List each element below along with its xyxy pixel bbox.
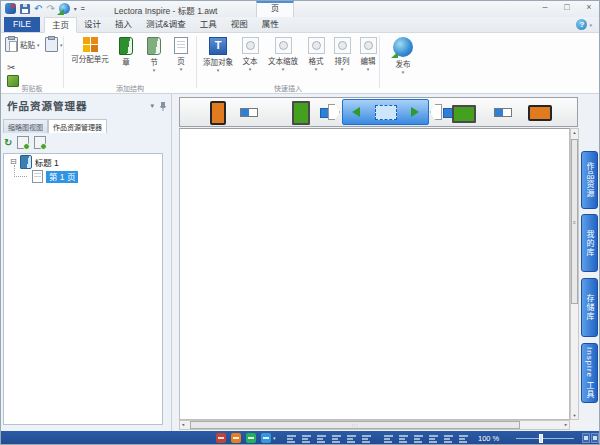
publish-globe-icon[interactable] — [59, 3, 70, 14]
page-canvas[interactable] — [179, 128, 570, 420]
publish-icon — [393, 37, 413, 57]
context-tab-page[interactable]: 页 — [256, 1, 294, 17]
left-tab-icon[interactable] — [328, 104, 340, 120]
help-caret-icon: ▾ — [589, 22, 592, 28]
panel-title: 作品资源管理器 — [7, 98, 150, 113]
zoom-slider[interactable] — [516, 438, 574, 439]
phone-portrait-toggle[interactable] — [240, 108, 258, 117]
scroll-up-icon[interactable]: ▲ — [571, 130, 578, 135]
tab-my-library[interactable]: 我的库 — [581, 214, 598, 272]
preview-mode-icon[interactable] — [246, 433, 256, 443]
pin-icon[interactable] — [159, 101, 167, 111]
close-button[interactable]: × — [583, 2, 595, 12]
add-page-icon[interactable] — [34, 136, 46, 149]
refresh-icon[interactable]: ↻ — [4, 138, 12, 148]
vertical-scrollbar[interactable]: ▲ ≡ ▼ — [570, 128, 579, 420]
horizontal-scroll-thumb[interactable]: ::: — [190, 421, 520, 429]
browser-preview-icon[interactable] — [261, 433, 271, 443]
phone-portrait-icon[interactable] — [210, 101, 226, 125]
scroll-left-icon[interactable]: ◄ — [181, 421, 185, 429]
text-button[interactable]: 文本 ▾ — [237, 33, 263, 73]
tab-inspire-tools[interactable]: Inspire 工具 — [581, 343, 598, 403]
add-item-icon[interactable] — [17, 136, 29, 149]
undo-icon[interactable]: ↶ — [34, 4, 42, 14]
qat-customize-icon[interactable]: = — [81, 5, 85, 12]
align-center-icon[interactable] — [302, 434, 311, 443]
zoom-level: 100 % — [478, 434, 499, 443]
tab-title-resources[interactable]: 作品资源 — [581, 151, 598, 209]
distribute-horizontal-icon[interactable] — [384, 434, 393, 443]
prev-device-arrow-icon[interactable] — [352, 107, 360, 117]
tab-insert[interactable]: 插入 — [108, 17, 139, 32]
cut-button[interactable]: ✂ — [7, 57, 15, 75]
arrange-button[interactable]: 排列 ▾ — [329, 33, 355, 73]
desktop-view-selector[interactable] — [342, 99, 429, 125]
save-icon[interactable] — [20, 4, 30, 14]
align-middle-icon[interactable] — [347, 434, 356, 443]
panel-menu-icon[interactable]: ▾ — [150, 102, 154, 110]
align-bottom-icon[interactable] — [362, 434, 371, 443]
align-top-icon[interactable] — [332, 434, 341, 443]
tab-view[interactable]: 视图 — [224, 17, 255, 32]
align-right-icon[interactable] — [317, 434, 326, 443]
edit-button[interactable]: 编辑 ▾ — [355, 33, 381, 73]
make-same-size-icon[interactable] — [444, 434, 453, 443]
tab-tools[interactable]: 工具 — [193, 17, 224, 32]
tree-item-page[interactable]: 第 1 页 — [4, 169, 162, 184]
make-same-width-icon[interactable] — [414, 434, 423, 443]
run-mode-icon[interactable] — [231, 433, 241, 443]
text-zoom-button[interactable]: 文本缩放 ▾ — [263, 33, 303, 73]
tablet-landscape-toggle[interactable] — [494, 108, 512, 117]
debug-mode-icon[interactable] — [216, 433, 226, 443]
qat-dropdown-icon[interactable]: ▾ — [74, 6, 77, 12]
panel-tabs: 缩略图视图 作品资源管理器 — [3, 118, 107, 133]
zoom-slider-thumb[interactable] — [539, 434, 543, 443]
scroll-right-icon[interactable]: ► — [564, 421, 568, 429]
format-button[interactable]: 格式 ▾ — [303, 33, 329, 73]
tablet-portrait-icon[interactable] — [292, 101, 310, 125]
add-chapter-button[interactable]: 章 — [112, 33, 140, 73]
tab-home[interactable]: 主页 — [44, 17, 77, 33]
assignable-unit-button[interactable]: 可分配单元 — [68, 33, 112, 73]
distribute-vertical-icon[interactable] — [399, 434, 408, 443]
horizontal-scrollbar[interactable]: ◄ ::: ► — [179, 420, 570, 430]
tree-item-title[interactable]: ⊟ 标题 1 — [4, 154, 162, 169]
page-label: 页 — [177, 55, 185, 66]
group-objects-icon[interactable] — [459, 434, 468, 443]
scroll-down-icon[interactable]: ▼ — [571, 413, 578, 418]
tab-stock-library[interactable]: 存储库 — [581, 278, 598, 337]
scrollbar-corner — [570, 420, 579, 430]
phone-landscape-icon[interactable] — [528, 105, 552, 121]
tab-design[interactable]: 设计 — [77, 17, 108, 32]
make-same-height-icon[interactable] — [429, 434, 438, 443]
ribbon: 粘贴 ▾ ▾ ✂ 剪贴板 可分配单元 章 节 — [1, 33, 600, 94]
tab-test-survey[interactable]: 测试&调查 — [139, 17, 193, 32]
tab-file[interactable]: FILE — [4, 17, 40, 32]
add-page-button[interactable]: 页 ▾ — [168, 33, 194, 73]
add-section-button[interactable]: 节 ▾ — [140, 33, 168, 73]
right-tab-icon[interactable] — [430, 104, 442, 120]
publish-button[interactable]: 发布 ▾ — [380, 33, 426, 75]
tab-thumbnail-view[interactable]: 缩略图视图 — [3, 119, 48, 133]
next-device-arrow-icon[interactable] — [411, 107, 419, 117]
title-tree: ⊟ 标题 1 第 1 页 — [3, 153, 163, 425]
paste-button[interactable]: 粘贴 ▾ — [5, 37, 40, 52]
align-left-icon[interactable] — [287, 434, 296, 443]
preview-dropdown-icon[interactable]: ▾ — [273, 435, 276, 441]
fit-width-button[interactable] — [591, 433, 599, 443]
copy-button[interactable]: ▾ — [45, 37, 63, 52]
canvas-area: ▲ ≡ ▼ ◄ ::: ► — [179, 94, 579, 431]
redo-icon[interactable]: ↷ — [46, 4, 54, 14]
minimize-button[interactable]: – — [539, 2, 551, 12]
app-logo-icon[interactable] — [5, 3, 16, 14]
add-object-button[interactable]: T 添加对象 ▾ — [199, 33, 237, 73]
tree-page-icon — [32, 170, 43, 183]
help-button[interactable]: ? ▾ — [576, 19, 592, 30]
tab-title-explorer[interactable]: 作品资源管理器 — [48, 119, 107, 133]
maximize-button[interactable]: □ — [561, 2, 573, 12]
tab-properties[interactable]: 属性 — [255, 17, 286, 32]
fit-page-button[interactable] — [582, 433, 590, 443]
vertical-scroll-thumb[interactable]: ≡ — [571, 139, 578, 304]
copy-icon — [45, 37, 58, 52]
tablet-landscape-icon[interactable] — [452, 105, 476, 123]
